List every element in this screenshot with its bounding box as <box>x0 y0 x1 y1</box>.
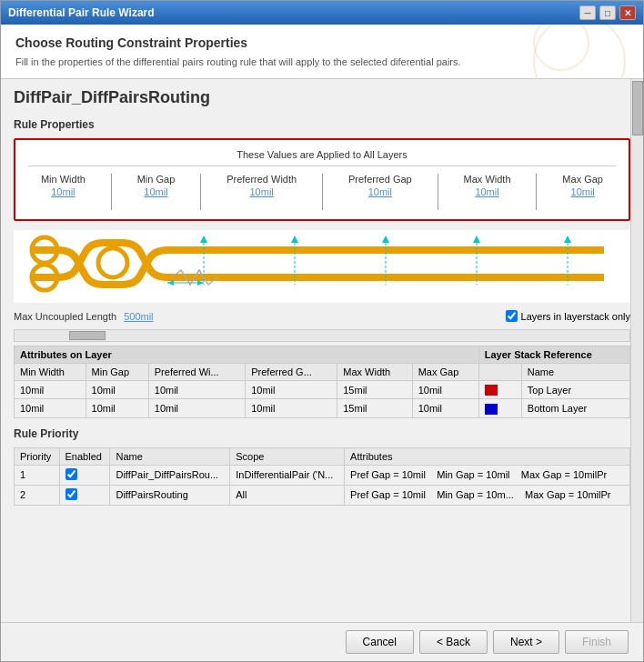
priority-scope-1: InDifferentialPair ('N... <box>230 465 345 485</box>
col-header-maxwidth: Max Width <box>337 364 412 381</box>
priority-col-priority: Priority <box>15 447 60 465</box>
uncoupled-label: Max Uncoupled Length <box>14 311 116 322</box>
cancel-button[interactable]: Cancel <box>346 630 414 654</box>
col-separator-5 <box>536 174 537 210</box>
uncoupled-value[interactable]: 500mil <box>124 311 153 322</box>
layers-checkbox-label[interactable]: Layers in layerstack only <box>521 311 630 322</box>
constraint-col-minwidth: Min Width 10mil <box>41 174 86 197</box>
priority-section-label: Rule Priority <box>14 427 630 440</box>
svg-point-2 <box>98 248 127 277</box>
table-row: 10mil 10mil 10mil 10mil 15mil 10mil Top … <box>15 381 630 399</box>
col-header-prefgap: Preferred G... <box>246 364 337 381</box>
col-header-color <box>478 364 521 381</box>
priority-section: Rule Priority Priority Enabled Name Scop… <box>14 427 630 506</box>
attributes-table-scroll[interactable]: Attributes on Layer Layer Stack Referenc… <box>14 346 630 417</box>
priority-col-attributes: Attributes <box>345 447 630 465</box>
col-value-maxgap[interactable]: 10mil <box>571 186 595 197</box>
trace-svg <box>14 230 630 303</box>
priority-col-enabled: Enabled <box>59 447 110 465</box>
constraint-col-maxwidth: Max Width 10mil <box>464 174 511 197</box>
col-separator-1 <box>111 174 112 210</box>
cell-mingap-2: 10mil <box>86 399 148 417</box>
priority-scope-2: All <box>230 485 345 505</box>
cell-name-1: Top Layer <box>521 381 629 399</box>
cell-minwidth-2: 10mil <box>15 399 86 417</box>
scrollbar-v-thumb[interactable] <box>632 81 643 135</box>
col-value-maxwidth[interactable]: 10mil <box>475 186 498 197</box>
col-label-maxgap: Max Gap <box>562 174 603 185</box>
trace-diagram <box>14 230 630 303</box>
close-button[interactable]: ✕ <box>619 5 636 20</box>
priority-col-name: Name <box>110 447 230 465</box>
col-header-mingap: Min Gap <box>86 364 148 381</box>
priority-checkbox-2[interactable] <box>65 488 77 500</box>
constraint-columns: Min Width 10mil Min Gap 10mil Preferred … <box>28 174 616 210</box>
svg-marker-8 <box>200 236 207 243</box>
priority-attrs-2: Pref Gap = 10mil Min Gap = 10m... Max Ga… <box>345 485 630 505</box>
priority-row-2: 2 DiffPairsRouting All Pref Gap = 10mil … <box>15 485 630 505</box>
col-label-minwidth: Min Width <box>41 174 86 185</box>
col-header-name: Name <box>521 364 629 381</box>
priority-name-2: DiffPairsRouting <box>110 485 230 505</box>
col-value-minwidth[interactable]: 10mil <box>51 186 75 197</box>
col-header-minwidth: Min Width <box>15 364 86 381</box>
cell-name-2: Bottom Layer <box>521 399 629 417</box>
col-header-maxgap: Max Gap <box>412 364 478 381</box>
svg-marker-12 <box>564 236 571 243</box>
layer-color-top <box>485 385 498 396</box>
header-description: Fill in the properties of the differenti… <box>15 55 629 69</box>
priority-col-scope: Scope <box>230 447 345 465</box>
col-label-maxwidth: Max Width <box>464 174 511 185</box>
attr-section-header: Attributes on Layer <box>15 346 479 364</box>
back-button[interactable]: < Back <box>419 630 488 654</box>
col-value-prefwidth[interactable]: 10mil <box>249 186 273 197</box>
finish-button[interactable]: Finish <box>565 630 629 654</box>
constraint-col-prefwidth: Preferred Width 10mil <box>226 174 297 197</box>
cell-prefwidth-2: 10mil <box>148 399 245 417</box>
cell-maxgap-1: 10mil <box>412 381 478 399</box>
window-title: Differential Pair Rule Wizard <box>8 6 155 19</box>
priority-val-2: 2 <box>15 485 60 505</box>
priority-table: Priority Enabled Name Scope Attributes 1… <box>14 447 630 506</box>
attributes-table: Attributes on Layer Layer Stack Referenc… <box>14 346 630 417</box>
layers-checkbox-row: Layers in layerstack only <box>506 310 630 322</box>
uncoupled-row: Max Uncoupled Length 500mil Layers in la… <box>14 310 630 322</box>
header-panel: Choose Routing Constraint Properties Fil… <box>1 25 643 79</box>
cell-minwidth-1: 10mil <box>15 381 86 399</box>
title-bar: Differential Pair Rule Wizard ─ □ ✕ <box>1 1 643 25</box>
rule-name: DiffPair_DiffPairsRouting <box>14 88 630 107</box>
priority-name-1: DiffPair_DiffPairsRou... <box>110 465 230 485</box>
layers-checkbox[interactable] <box>506 310 518 322</box>
svg-marker-11 <box>473 236 480 243</box>
scrollbar-thumb[interactable] <box>69 331 106 340</box>
table-row: 10mil 10mil 10mil 10mil 15mil 10mil Bott… <box>15 399 630 417</box>
priority-row-1: 1 DiffPair_DiffPairsRou... InDifferentia… <box>15 465 630 485</box>
wizard-window: Differential Pair Rule Wizard ─ □ ✕ Choo… <box>0 0 644 662</box>
col-separator-3 <box>322 174 323 210</box>
constraint-col-prefgap: Preferred Gap 10mil <box>348 174 412 197</box>
svg-marker-10 <box>382 236 389 243</box>
title-bar-controls: ─ □ ✕ <box>579 5 636 20</box>
svg-marker-9 <box>291 236 298 243</box>
vertical-scrollbar[interactable] <box>630 79 643 622</box>
cell-maxwidth-2: 15mil <box>337 399 412 417</box>
constraint-box: These Values are Applied to All Layers M… <box>14 138 630 221</box>
minimize-button[interactable]: ─ <box>579 5 596 20</box>
cell-mingap-1: 10mil <box>86 381 148 399</box>
col-separator-2 <box>200 174 201 210</box>
rule-properties-label: Rule Properties <box>14 118 630 131</box>
cell-maxgap-2: 10mil <box>412 399 478 417</box>
col-value-mingap[interactable]: 10mil <box>144 186 167 197</box>
priority-checkbox-1[interactable] <box>65 468 77 480</box>
constraint-col-maxgap: Max Gap 10mil <box>562 174 603 197</box>
footer: Cancel < Back Next > Finish <box>1 622 643 661</box>
col-label-mingap: Min Gap <box>137 174 176 185</box>
table-scrollbar-h[interactable] <box>14 329 630 342</box>
maximize-button[interactable]: □ <box>599 5 616 20</box>
col-value-prefgap[interactable]: 10mil <box>368 186 392 197</box>
next-button[interactable]: Next > <box>493 630 559 654</box>
priority-enabled-1 <box>59 465 110 485</box>
cell-maxwidth-1: 15mil <box>337 381 412 399</box>
col-label-prefwidth: Preferred Width <box>226 174 297 185</box>
cell-prefwidth-1: 10mil <box>148 381 245 399</box>
